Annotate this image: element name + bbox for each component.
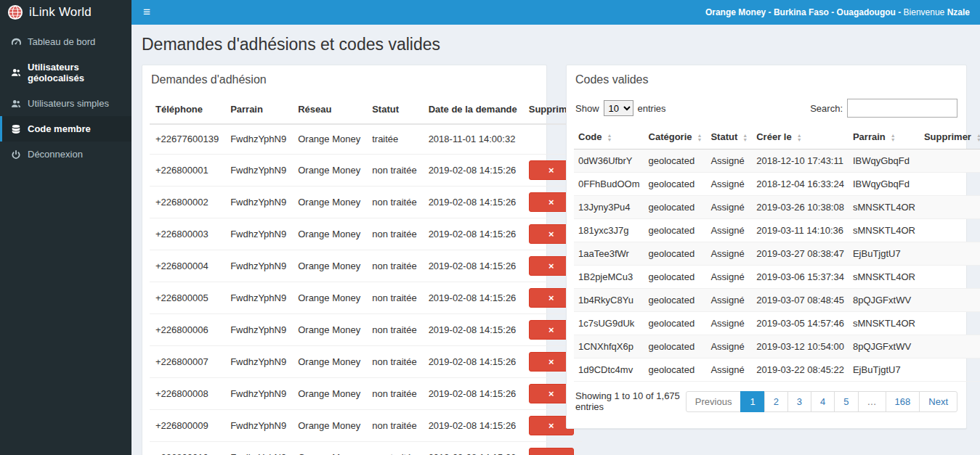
column-header-statut[interactable]: Statut▲▼ bbox=[706, 125, 752, 149]
reseau-cell: Orange Money bbox=[292, 409, 366, 441]
globe-logo-icon bbox=[7, 4, 23, 20]
statut-cell: non traitée bbox=[366, 218, 422, 250]
code-cell: 1CNXhfqX6p bbox=[574, 335, 644, 358]
sidebar-item-utilisateurs-geolocalises[interactable]: Utilisateurs géolocalisés bbox=[0, 54, 131, 91]
date-cell: 2019-02-08 14:15:26 bbox=[423, 250, 523, 282]
dashboard-icon bbox=[11, 37, 21, 47]
reseau-cell: Orange Money bbox=[292, 186, 366, 218]
sort-icon: ▲▼ bbox=[742, 134, 748, 142]
statut-cell: traitée bbox=[366, 124, 422, 154]
code-row: 0dW36UfbrYgeolocatedAssigné2018-12-10 17… bbox=[574, 149, 980, 173]
app-window: iLink World ≡ Orange Money - Burkina Fas… bbox=[0, 0, 980, 455]
pagination-page-3[interactable]: 3 bbox=[787, 391, 811, 412]
code-row: 0FFhBudOOmgeolocatedAssigné2018-12-04 16… bbox=[574, 173, 980, 196]
top-bar: iLink World ≡ Orange Money - Burkina Fas… bbox=[0, 0, 980, 25]
adhesion-row: +226800006FwdhzYphN9Orange Moneynon trai… bbox=[150, 313, 582, 345]
reseau-cell: Orange Money bbox=[292, 154, 366, 186]
main-area: Tableau de bord Utilisateurs géolocalisé… bbox=[0, 25, 980, 455]
statut-cell: non traitée bbox=[366, 441, 422, 455]
parrain-cell: sMNSKTL4OR bbox=[849, 312, 920, 335]
sidebar-item-deconnexion[interactable]: Déconnexion bbox=[0, 142, 131, 167]
sidebar: Tableau de bord Utilisateurs géolocalisé… bbox=[0, 25, 131, 455]
adhesion-table: Téléphone Parrain Réseau Statut Date de … bbox=[150, 94, 582, 455]
pagination-page-4[interactable]: 4 bbox=[811, 391, 835, 412]
phone-cell: +226800003 bbox=[150, 218, 224, 250]
code-cell: 13Jyny3Pu4 bbox=[574, 196, 644, 219]
parrain-cell: 8pQJGFxtWV bbox=[849, 335, 920, 358]
sidebar-item-code-membre[interactable]: Code membre bbox=[0, 116, 131, 142]
entries-label: entries bbox=[638, 103, 666, 114]
categorie-cell: geolocated bbox=[644, 242, 707, 266]
brand-logo-area[interactable]: iLink World bbox=[0, 0, 131, 25]
pagination-page-5[interactable]: 5 bbox=[834, 391, 858, 412]
reseau-cell: Orange Money bbox=[292, 377, 366, 409]
brand-title: iLink World bbox=[29, 5, 92, 20]
statut-cell: non traitée bbox=[366, 250, 422, 282]
reseau-cell: Orange Money bbox=[292, 313, 366, 345]
column-header-label: Catégorie bbox=[649, 131, 692, 142]
column-header-statut: Statut bbox=[366, 94, 422, 124]
statut-cell: Assigné bbox=[706, 242, 752, 266]
pagination-previous[interactable]: Previous bbox=[686, 391, 742, 412]
statut-cell: non traitée bbox=[366, 154, 422, 186]
database-icon bbox=[11, 124, 21, 134]
parrain-cell: 8pQJGFxtWV bbox=[849, 289, 920, 312]
statut-cell: Assigné bbox=[706, 289, 752, 312]
creer-le-cell: 2019-03-05 14:57:46 bbox=[752, 312, 849, 335]
code-cell: 1aaTee3fWr bbox=[574, 242, 644, 266]
supprimer-cell: × bbox=[523, 441, 582, 455]
menu-toggle-icon[interactable]: ≡ bbox=[131, 0, 162, 25]
sidebar-item-tableau-de-bord[interactable]: Tableau de bord bbox=[0, 29, 131, 54]
creer-le-cell: 2019-03-27 08:38:47 bbox=[752, 242, 849, 266]
sidebar-item-utilisateurs-simples[interactable]: Utilisateurs simples bbox=[0, 91, 131, 116]
parrain-cell: EjBuTjgtU7 bbox=[849, 242, 920, 266]
sort-icon: ▲▼ bbox=[976, 134, 980, 142]
adhesion-panel: Demandes d'adhésion Téléphone Parrain Ré… bbox=[142, 65, 547, 455]
reseau-cell: Orange Money bbox=[292, 441, 366, 455]
column-header-label: Créer le bbox=[756, 131, 791, 142]
adhesion-row: +226800002FwdhzYphN9Orange Moneynon trai… bbox=[150, 186, 582, 218]
pagination-page-168[interactable]: 168 bbox=[886, 391, 920, 412]
codes-panel-title: Codes valides bbox=[567, 65, 966, 94]
entries-select[interactable]: 10 bbox=[604, 100, 633, 116]
search-input[interactable] bbox=[847, 99, 957, 118]
column-header-creer-le[interactable]: Créer le▲▼ bbox=[752, 125, 849, 149]
adhesion-table-body: +22677600139FwdhzYphN9Orange Moneytraité… bbox=[150, 124, 582, 455]
codes-table-body: 0dW36UfbrYgeolocatedAssigné2018-12-10 17… bbox=[574, 149, 980, 382]
parrain-cell: FwdhzYphN9 bbox=[224, 313, 292, 345]
content-area: Demandes d'adhésions et codes valides De… bbox=[131, 25, 980, 455]
parrain-cell: EjBuTjgtU7 bbox=[849, 358, 920, 382]
code-row: 1d9CDtc4mvgeolocatedAssigné2019-03-22 08… bbox=[574, 358, 980, 382]
reseau-cell: Orange Money bbox=[292, 282, 366, 313]
code-row: 181yxc3J7ggeolocatedAssigné2019-03-11 14… bbox=[574, 219, 980, 242]
parrain-cell: FwdhzYphN9 bbox=[224, 250, 292, 282]
pagination-page-2[interactable]: 2 bbox=[764, 391, 788, 412]
pagination-page-1[interactable]: 1 bbox=[740, 391, 764, 412]
page-title: Demandes d'adhésions et codes valides bbox=[142, 35, 969, 54]
sort-icon: ▲▼ bbox=[891, 134, 896, 142]
parrain-cell: FwdhzYphN9 bbox=[224, 441, 292, 455]
user-info-name: Nzale bbox=[947, 7, 970, 17]
phone-cell: +226800004 bbox=[150, 250, 224, 282]
column-header-reseau: Réseau bbox=[292, 94, 366, 124]
categorie-cell: geolocated bbox=[644, 312, 707, 335]
categorie-cell: geolocated bbox=[644, 335, 707, 358]
column-header-categorie[interactable]: Catégorie▲▼ bbox=[644, 125, 707, 149]
code-cell: 1d9CDtc4mv bbox=[574, 358, 644, 382]
date-cell: 2018-11-01 14:00:32 bbox=[423, 124, 523, 154]
pagination-next[interactable]: Next bbox=[919, 391, 957, 412]
code-cell: 181yxc3J7g bbox=[574, 219, 644, 242]
users-icon bbox=[11, 67, 21, 78]
delete-request-button[interactable]: × bbox=[529, 448, 574, 455]
sidebar-item-label: Utilisateurs simples bbox=[28, 98, 109, 109]
column-header-parrain[interactable]: Parrain▲▼ bbox=[849, 125, 920, 149]
column-header-telephone: Téléphone bbox=[150, 94, 224, 124]
column-header-label: Code bbox=[578, 131, 602, 142]
code-cell: 0FFhBudOOm bbox=[574, 173, 644, 196]
column-header-label: Parrain bbox=[853, 131, 886, 142]
sort-icon: ▲▼ bbox=[607, 134, 612, 142]
column-header-supprimer[interactable]: Supprimer▲▼ bbox=[920, 125, 980, 149]
user-info-greeting: Bienvenue bbox=[904, 7, 945, 17]
date-cell: 2019-02-08 14:15:26 bbox=[423, 282, 523, 313]
column-header-code[interactable]: Code▲▼ bbox=[574, 125, 644, 149]
